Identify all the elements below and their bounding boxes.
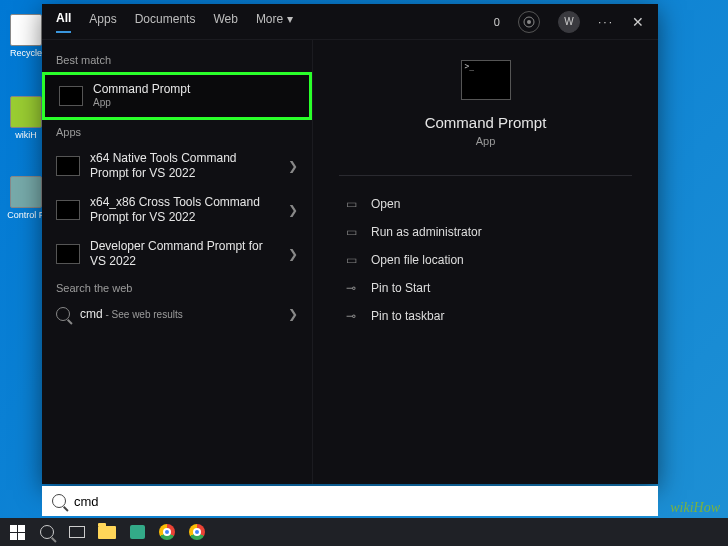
terminal-icon (59, 86, 83, 106)
chevron-right-icon[interactable]: ❯ (288, 159, 298, 173)
close-icon[interactable]: ✕ (632, 14, 644, 30)
taskbar (0, 518, 728, 546)
preview-title: Command Prompt (339, 114, 632, 131)
web-suffix: - See web results (103, 309, 183, 320)
section-apps: Apps (42, 120, 312, 144)
svg-point-1 (527, 20, 531, 24)
chevron-right-icon[interactable]: ❯ (288, 247, 298, 261)
terminal-icon (56, 156, 80, 176)
result-app-1[interactable]: x64_x86 Cross Tools Command Prompt for V… (42, 188, 312, 232)
tab-more[interactable]: More ▾ (256, 12, 293, 32)
taskbar-search[interactable] (34, 521, 60, 543)
tab-apps[interactable]: Apps (89, 12, 116, 32)
taskbar-taskview[interactable] (64, 521, 90, 543)
action-open-location[interactable]: ▭Open file location (339, 246, 632, 274)
taskbar-explorer[interactable] (94, 521, 120, 543)
tab-all[interactable]: All (56, 11, 71, 33)
search-input[interactable] (74, 494, 648, 509)
web-query: cmd (80, 307, 103, 321)
result-subtitle: App (93, 97, 295, 110)
preview-pane: Command Prompt App ▭Open ▭Run as adminis… (312, 40, 658, 484)
action-open[interactable]: ▭Open (339, 190, 632, 218)
open-icon: ▭ (343, 197, 359, 211)
result-web[interactable]: cmd - See web results ❯ (42, 300, 312, 329)
folder-icon: ▭ (343, 253, 359, 267)
user-avatar[interactable]: W (558, 11, 580, 33)
desktop-icon-recycle[interactable]: Recycle (6, 14, 46, 58)
more-options-icon[interactable]: ··· (598, 15, 614, 29)
chevron-right-icon[interactable]: ❯ (288, 307, 298, 321)
result-title: Developer Command Prompt for VS 2022 (90, 239, 278, 269)
desktop-icon-control[interactable]: Control P (6, 176, 46, 220)
desktop-icon-wikihow[interactable]: wikiH (6, 96, 46, 140)
action-run-admin[interactable]: ▭Run as administrator (339, 218, 632, 246)
chrome-icon (159, 524, 175, 540)
search-bar[interactable] (42, 486, 658, 516)
tab-bar: All Apps Documents Web More ▾ 0 W ··· ✕ (42, 4, 658, 40)
search-icon (56, 307, 70, 321)
watermark: wikiHow (670, 500, 720, 516)
pin-icon: ⊸ (343, 309, 359, 323)
result-title: x64 Native Tools Command Prompt for VS 2… (90, 151, 278, 181)
preview-subtitle: App (339, 135, 632, 147)
action-pin-taskbar[interactable]: ⊸Pin to taskbar (339, 302, 632, 330)
search-panel: All Apps Documents Web More ▾ 0 W ··· ✕ … (42, 4, 658, 484)
terminal-icon (56, 200, 80, 220)
folder-icon (98, 526, 116, 539)
section-web: Search the web (42, 276, 312, 300)
rewards-icon[interactable] (518, 11, 540, 33)
taskbar-chrome[interactable] (154, 521, 180, 543)
chrome-icon (189, 524, 205, 540)
shield-icon: ▭ (343, 225, 359, 239)
result-title: Command Prompt (93, 82, 295, 97)
app-thumbnail (461, 60, 511, 100)
result-title: x64_x86 Cross Tools Command Prompt for V… (90, 195, 278, 225)
start-button[interactable] (4, 521, 30, 543)
result-app-0[interactable]: x64 Native Tools Command Prompt for VS 2… (42, 144, 312, 188)
taskbar-store[interactable] (124, 521, 150, 543)
section-best-match: Best match (42, 48, 312, 72)
tab-documents[interactable]: Documents (135, 12, 196, 32)
tab-web[interactable]: Web (213, 12, 237, 32)
pin-icon: ⊸ (343, 281, 359, 295)
results-list: Best match Command PromptApp Apps x64 Na… (42, 40, 312, 484)
result-app-2[interactable]: Developer Command Prompt for VS 2022 ❯ (42, 232, 312, 276)
counter: 0 (494, 16, 500, 28)
taskbar-chrome-2[interactable] (184, 521, 210, 543)
search-icon (52, 494, 66, 508)
action-pin-start[interactable]: ⊸Pin to Start (339, 274, 632, 302)
result-best-match[interactable]: Command PromptApp (42, 72, 312, 120)
terminal-icon (56, 244, 80, 264)
chevron-right-icon[interactable]: ❯ (288, 203, 298, 217)
